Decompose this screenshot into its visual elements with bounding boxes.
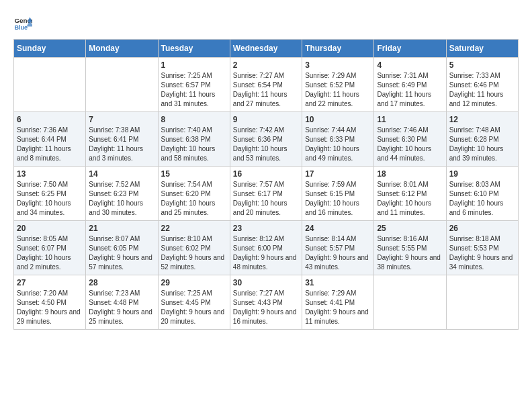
day-info: Sunrise: 7:54 AMSunset: 6:20 PMDaylight:…: [161, 180, 227, 218]
day-number: 25: [377, 224, 443, 233]
calendar-cell: [86, 58, 158, 112]
day-number: 7: [89, 115, 154, 124]
day-number: 4: [377, 60, 443, 70]
day-info: Sunrise: 8:16 AMSunset: 5:55 PMDaylight:…: [377, 234, 443, 272]
day-info: Sunrise: 7:25 AMSunset: 4:45 PMDaylight:…: [161, 289, 227, 326]
day-number: 29: [161, 278, 227, 287]
day-info: Sunrise: 7:25 AMSunset: 6:57 PMDaylight:…: [161, 71, 227, 109]
calendar-cell: 17Sunrise: 7:59 AMSunset: 6:15 PMDayligh…: [302, 167, 374, 221]
day-info: Sunrise: 8:18 AMSunset: 5:53 PMDaylight:…: [449, 234, 515, 272]
weekday-header: Monday: [86, 40, 158, 58]
calendar-cell: 19Sunrise: 8:03 AMSunset: 6:10 PMDayligh…: [446, 167, 518, 221]
calendar-cell: 22Sunrise: 8:10 AMSunset: 6:02 PMDayligh…: [158, 221, 230, 275]
page-header: General Blue: [13, 13, 519, 32]
day-number: 8: [161, 115, 227, 124]
day-info: Sunrise: 7:23 AMSunset: 4:48 PMDaylight:…: [89, 289, 154, 326]
calendar-cell: [14, 58, 86, 112]
day-number: 27: [17, 278, 83, 287]
calendar-cell: 7Sunrise: 7:38 AMSunset: 6:41 PMDaylight…: [86, 112, 158, 167]
logo-icon: General Blue: [13, 13, 32, 32]
day-info: Sunrise: 8:03 AMSunset: 6:10 PMDaylight:…: [449, 180, 515, 218]
calendar-cell: 10Sunrise: 7:44 AMSunset: 6:33 PMDayligh…: [302, 112, 374, 167]
day-number: 17: [305, 169, 371, 179]
calendar-cell: 13Sunrise: 7:50 AMSunset: 6:25 PMDayligh…: [14, 167, 86, 221]
day-number: 14: [89, 169, 154, 179]
day-info: Sunrise: 7:27 AMSunset: 4:43 PMDaylight:…: [233, 289, 299, 326]
day-number: 10: [305, 115, 371, 124]
calendar-cell: 18Sunrise: 8:01 AMSunset: 6:12 PMDayligh…: [374, 167, 446, 221]
day-info: Sunrise: 7:50 AMSunset: 6:25 PMDaylight:…: [17, 180, 83, 218]
day-info: Sunrise: 8:10 AMSunset: 6:02 PMDaylight:…: [161, 234, 227, 272]
day-number: 24: [305, 224, 371, 233]
day-number: 28: [89, 278, 154, 287]
day-number: 26: [449, 224, 515, 233]
day-number: 18: [377, 169, 443, 179]
weekday-header: Wednesday: [230, 40, 302, 58]
day-info: Sunrise: 7:36 AMSunset: 6:44 PMDaylight:…: [17, 126, 83, 163]
weekday-header: Sunday: [14, 40, 86, 58]
calendar-cell: 9Sunrise: 7:42 AMSunset: 6:36 PMDaylight…: [230, 112, 302, 167]
day-number: 5: [449, 60, 515, 70]
calendar-cell: 25Sunrise: 8:16 AMSunset: 5:55 PMDayligh…: [374, 221, 446, 275]
day-info: Sunrise: 7:31 AMSunset: 6:49 PMDaylight:…: [377, 71, 443, 109]
calendar-table: SundayMondayTuesdayWednesdayThursdayFrid…: [13, 39, 519, 330]
day-info: Sunrise: 7:59 AMSunset: 6:15 PMDaylight:…: [305, 180, 371, 218]
day-number: 2: [233, 60, 299, 70]
day-number: 31: [305, 278, 371, 287]
day-info: Sunrise: 7:38 AMSunset: 6:41 PMDaylight:…: [89, 126, 154, 163]
calendar-cell: 24Sunrise: 8:14 AMSunset: 5:57 PMDayligh…: [302, 221, 374, 275]
calendar-cell: 1Sunrise: 7:25 AMSunset: 6:57 PMDaylight…: [158, 58, 230, 112]
day-number: 3: [305, 60, 371, 70]
day-info: Sunrise: 7:48 AMSunset: 6:28 PMDaylight:…: [449, 126, 515, 163]
day-info: Sunrise: 7:42 AMSunset: 6:36 PMDaylight:…: [233, 126, 299, 163]
day-info: Sunrise: 7:57 AMSunset: 6:17 PMDaylight:…: [233, 180, 299, 218]
day-number: 1: [161, 60, 227, 70]
calendar-cell: 11Sunrise: 7:46 AMSunset: 6:30 PMDayligh…: [374, 112, 446, 167]
day-info: Sunrise: 8:05 AMSunset: 6:07 PMDaylight:…: [17, 234, 83, 272]
calendar-cell: [374, 275, 446, 330]
day-number: 13: [17, 169, 83, 179]
day-info: Sunrise: 7:52 AMSunset: 6:23 PMDaylight:…: [89, 180, 154, 218]
day-number: 11: [377, 115, 443, 124]
calendar-cell: 14Sunrise: 7:52 AMSunset: 6:23 PMDayligh…: [86, 167, 158, 221]
day-number: 30: [233, 278, 299, 287]
calendar-cell: 29Sunrise: 7:25 AMSunset: 4:45 PMDayligh…: [158, 275, 230, 330]
day-info: Sunrise: 7:20 AMSunset: 4:50 PMDaylight:…: [17, 289, 83, 326]
calendar-cell: 15Sunrise: 7:54 AMSunset: 6:20 PMDayligh…: [158, 167, 230, 221]
calendar-cell: 8Sunrise: 7:40 AMSunset: 6:38 PMDaylight…: [158, 112, 230, 167]
day-info: Sunrise: 7:33 AMSunset: 6:46 PMDaylight:…: [449, 71, 515, 109]
calendar-cell: 4Sunrise: 7:31 AMSunset: 6:49 PMDaylight…: [374, 58, 446, 112]
day-number: 16: [233, 169, 299, 179]
calendar-cell: 31Sunrise: 7:29 AMSunset: 4:41 PMDayligh…: [302, 275, 374, 330]
day-info: Sunrise: 8:12 AMSunset: 6:00 PMDaylight:…: [233, 234, 299, 272]
calendar-cell: 2Sunrise: 7:27 AMSunset: 6:54 PMDaylight…: [230, 58, 302, 112]
day-number: 6: [17, 115, 83, 124]
day-info: Sunrise: 8:14 AMSunset: 5:57 PMDaylight:…: [305, 234, 371, 272]
calendar-cell: 27Sunrise: 7:20 AMSunset: 4:50 PMDayligh…: [14, 275, 86, 330]
day-info: Sunrise: 7:29 AMSunset: 6:52 PMDaylight:…: [305, 71, 371, 109]
day-info: Sunrise: 8:01 AMSunset: 6:12 PMDaylight:…: [377, 180, 443, 218]
day-info: Sunrise: 8:07 AMSunset: 6:05 PMDaylight:…: [89, 234, 154, 272]
calendar-cell: 28Sunrise: 7:23 AMSunset: 4:48 PMDayligh…: [86, 275, 158, 330]
day-number: 15: [161, 169, 227, 179]
weekday-header: Tuesday: [158, 40, 230, 58]
day-info: Sunrise: 7:40 AMSunset: 6:38 PMDaylight:…: [161, 126, 227, 163]
day-number: 20: [17, 224, 83, 233]
day-info: Sunrise: 7:29 AMSunset: 4:41 PMDaylight:…: [305, 289, 371, 326]
calendar-cell: 20Sunrise: 8:05 AMSunset: 6:07 PMDayligh…: [14, 221, 86, 275]
logo: General Blue: [13, 13, 35, 32]
day-number: 21: [89, 224, 154, 233]
weekday-header: Saturday: [446, 40, 518, 58]
calendar-cell: 30Sunrise: 7:27 AMSunset: 4:43 PMDayligh…: [230, 275, 302, 330]
calendar-cell: [446, 275, 518, 330]
calendar-cell: 12Sunrise: 7:48 AMSunset: 6:28 PMDayligh…: [446, 112, 518, 167]
day-number: 19: [449, 169, 515, 179]
svg-text:Blue: Blue: [14, 24, 28, 31]
calendar-cell: 23Sunrise: 8:12 AMSunset: 6:00 PMDayligh…: [230, 221, 302, 275]
calendar-cell: 26Sunrise: 8:18 AMSunset: 5:53 PMDayligh…: [446, 221, 518, 275]
day-number: 23: [233, 224, 299, 233]
day-info: Sunrise: 7:44 AMSunset: 6:33 PMDaylight:…: [305, 126, 371, 163]
calendar-cell: 16Sunrise: 7:57 AMSunset: 6:17 PMDayligh…: [230, 167, 302, 221]
weekday-header: Friday: [374, 40, 446, 58]
calendar-cell: 6Sunrise: 7:36 AMSunset: 6:44 PMDaylight…: [14, 112, 86, 167]
